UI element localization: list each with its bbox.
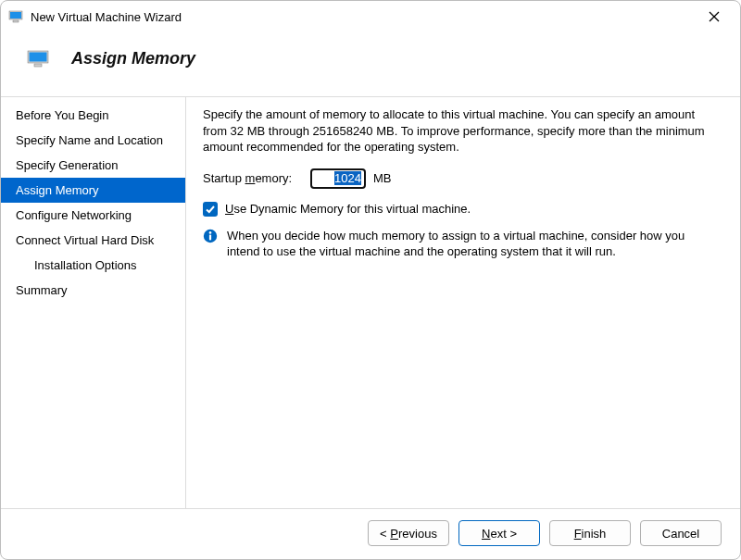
sidebar-item-step-1[interactable]: Specify Name and Location (1, 128, 185, 153)
wizard-steps-sidebar: Before You BeginSpecify Name and Locatio… (1, 97, 186, 508)
sidebar-item-label: Summary (16, 283, 68, 297)
dynamic-memory-label-rest: se Dynamic Memory for this virtual machi… (233, 202, 471, 216)
sidebar-item-label: Installation Options (34, 258, 137, 272)
footer-buttons: < Previous Next > Finish Cancel (1, 508, 740, 559)
sidebar-item-step-7[interactable]: Summary (1, 278, 185, 303)
app-monitor-icon (8, 9, 23, 24)
svg-rect-2 (13, 20, 19, 22)
svg-point-9 (209, 231, 212, 234)
wizard-window: New Virtual Machine Wizard Assign Memory… (0, 0, 741, 560)
dynamic-memory-checkbox[interactable] (203, 202, 218, 217)
info-text: When you decide how much memory to assig… (227, 228, 716, 260)
finish-button[interactable]: Finish (549, 520, 631, 546)
sidebar-item-label: Before You Begin (16, 108, 108, 122)
sidebar-item-label: Configure Networking (16, 208, 132, 222)
sidebar-item-step-6[interactable]: Installation Options (1, 253, 185, 278)
dynamic-memory-label-hotkey: U (225, 202, 233, 216)
header-monitor-icon (27, 50, 49, 68)
checkmark-icon (205, 204, 216, 215)
close-icon (709, 11, 720, 22)
cancel-button[interactable]: Cancel (640, 520, 722, 546)
startup-memory-label-suffix: emory: (255, 171, 292, 185)
sidebar-item-step-2[interactable]: Specify Generation (1, 153, 185, 178)
description-text: Specify the amount of memory to allocate… (203, 106, 716, 156)
next-button[interactable]: Next > (458, 520, 540, 546)
startup-memory-label-hotkey: m (245, 171, 256, 185)
sidebar-item-step-4[interactable]: Configure Networking (1, 203, 185, 228)
info-row: When you decide how much memory to assig… (203, 228, 716, 260)
wizard-body: Before You BeginSpecify Name and Locatio… (1, 97, 740, 508)
dynamic-memory-row: Use Dynamic Memory for this virtual mach… (203, 202, 716, 217)
titlebar: New Virtual Machine Wizard (1, 1, 740, 32)
dynamic-memory-label[interactable]: Use Dynamic Memory for this virtual mach… (225, 202, 471, 216)
svg-rect-6 (30, 52, 47, 61)
sidebar-item-step-3[interactable]: Assign Memory (1, 178, 185, 203)
svg-rect-7 (34, 64, 42, 67)
info-icon (203, 229, 218, 243)
startup-memory-label-prefix: Startup (203, 171, 245, 185)
page-title: Assign Memory (71, 49, 195, 68)
svg-rect-1 (10, 12, 21, 19)
content-panel: Specify the amount of memory to allocate… (186, 97, 740, 508)
sidebar-item-label: Assign Memory (16, 183, 99, 197)
window-title: New Virtual Machine Wizard (31, 10, 697, 24)
memory-unit-label: MB (373, 171, 392, 185)
svg-rect-10 (209, 234, 211, 240)
sidebar-item-label: Connect Virtual Hard Disk (16, 233, 154, 247)
startup-memory-row: Startup memory: MB (203, 168, 716, 189)
sidebar-item-step-5[interactable]: Connect Virtual Hard Disk (1, 228, 185, 253)
page-header: Assign Memory (1, 32, 740, 96)
startup-memory-input[interactable] (310, 168, 366, 189)
sidebar-item-step-0[interactable]: Before You Begin (1, 103, 185, 128)
startup-memory-label: Startup memory: (203, 171, 303, 185)
sidebar-item-label: Specify Name and Location (16, 133, 163, 147)
sidebar-item-label: Specify Generation (16, 158, 119, 172)
previous-button[interactable]: < Previous (368, 520, 449, 546)
close-button[interactable] (697, 4, 731, 30)
